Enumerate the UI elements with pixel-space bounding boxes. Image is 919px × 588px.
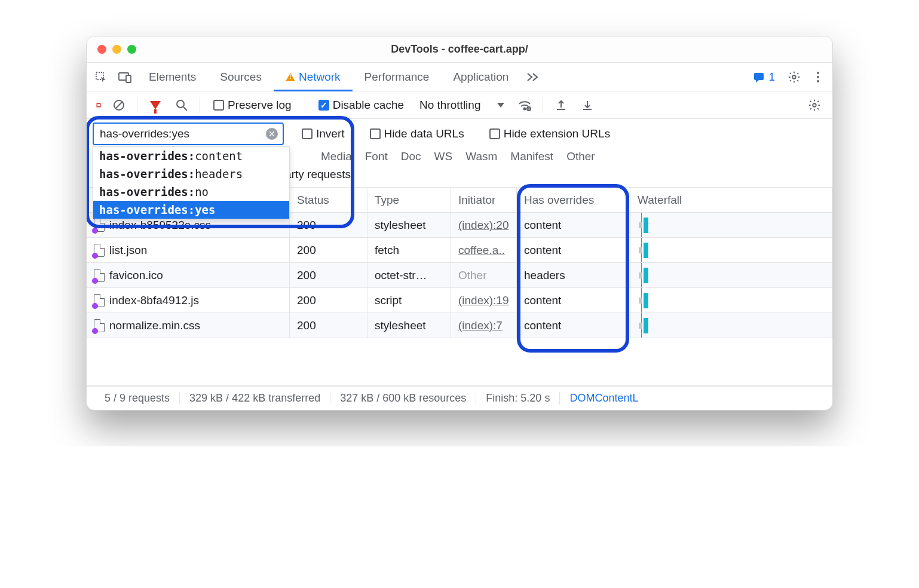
download-har-icon[interactable] xyxy=(575,99,599,111)
hide-extension-urls-checkbox[interactable]: Hide extension URLs xyxy=(482,127,617,140)
status-cell: 200 xyxy=(290,313,367,338)
file-icon xyxy=(94,244,105,257)
disable-cache-checkbox[interactable]: ✓ Disable cache xyxy=(311,99,411,112)
autocomplete-item[interactable]: has-overrides:no xyxy=(93,183,289,201)
window-title: DevTools - coffee-cart.app/ xyxy=(87,43,832,56)
waterfall-cell xyxy=(630,288,832,313)
has-overrides-cell: headers xyxy=(517,263,630,288)
close-window-button[interactable] xyxy=(97,45,106,54)
type-filter-doc[interactable]: Doc xyxy=(401,150,421,163)
column-header[interactable]: Waterfall xyxy=(630,188,832,213)
search-icon[interactable] xyxy=(170,99,194,111)
override-dot-icon xyxy=(92,278,98,284)
waterfall-cell xyxy=(630,313,832,338)
tab-elements[interactable]: Elements xyxy=(137,63,208,91)
clear-filter-icon[interactable]: ✕ xyxy=(266,128,278,140)
file-icon xyxy=(94,269,105,282)
inspect-icon[interactable] xyxy=(89,71,113,83)
devtools-window: DevTools - coffee-cart.app/ Elements Sou… xyxy=(86,36,833,411)
more-menu-icon[interactable] xyxy=(806,71,830,83)
request-name-cell[interactable]: favicon.ico xyxy=(87,263,290,288)
invert-checkbox[interactable]: Invert xyxy=(295,127,352,140)
tab-sources[interactable]: Sources xyxy=(208,63,274,91)
upload-har-icon[interactable] xyxy=(549,99,573,111)
waterfall-cell xyxy=(630,213,832,238)
preserve-log-checkbox[interactable]: Preserve log xyxy=(206,99,299,112)
checkbox-icon xyxy=(370,128,381,139)
filter-input[interactable] xyxy=(99,127,262,141)
column-header[interactable]: Type xyxy=(367,188,451,213)
column-header[interactable]: Initiator xyxy=(451,188,517,213)
initiator-cell[interactable]: coffee.a.. xyxy=(451,238,517,263)
svg-rect-3 xyxy=(754,73,764,80)
svg-point-12 xyxy=(524,108,526,109)
type-filter-manifest[interactable]: Manifest xyxy=(510,150,553,163)
tab-performance[interactable]: Performance xyxy=(353,63,442,91)
svg-line-9 xyxy=(115,102,122,109)
request-name-cell[interactable]: index-8bfa4912.js xyxy=(87,288,290,313)
type-filter-media[interactable]: Media xyxy=(321,150,352,163)
svg-point-4 xyxy=(792,75,796,79)
network-conditions-icon[interactable] xyxy=(513,99,537,111)
type-filter-ws[interactable]: WS xyxy=(434,150,453,163)
type-cell: script xyxy=(367,288,451,313)
window-titlebar: DevTools - coffee-cart.app/ xyxy=(87,36,832,63)
tab-application[interactable]: Application xyxy=(441,63,520,91)
autocomplete-item[interactable]: has-overrides:content xyxy=(93,147,289,165)
type-filter-font[interactable]: Font xyxy=(365,150,388,163)
hide-data-urls-checkbox[interactable]: Hide data URLs xyxy=(363,127,471,140)
clear-button[interactable] xyxy=(107,99,131,112)
initiator-cell[interactable]: (index):19 xyxy=(451,288,517,313)
status-requests: 5 / 9 requests xyxy=(95,392,180,405)
type-cell: stylesheet xyxy=(367,213,451,238)
type-cell: stylesheet xyxy=(367,313,451,338)
status-domcontentloaded: DOMContentL xyxy=(560,392,648,405)
type-filter-other[interactable]: Other xyxy=(566,150,595,163)
minimize-window-button[interactable] xyxy=(112,45,121,54)
status-cell: 200 xyxy=(290,263,367,288)
checkbox-icon xyxy=(302,128,313,139)
has-overrides-cell: content xyxy=(517,313,630,338)
issues-button[interactable]: 1 xyxy=(746,71,782,84)
type-cell: fetch xyxy=(367,238,451,263)
warning-icon xyxy=(286,73,295,81)
checkbox-icon xyxy=(213,100,224,111)
file-icon xyxy=(94,319,105,332)
throttling-select[interactable]: No throttling xyxy=(413,99,510,112)
request-name-cell[interactable]: list.json xyxy=(87,238,290,263)
zoom-window-button[interactable] xyxy=(127,45,136,54)
filter-toggle-icon[interactable] xyxy=(143,101,167,109)
network-settings-icon[interactable] xyxy=(802,99,826,112)
column-header[interactable]: Has overrides xyxy=(517,188,630,213)
has-overrides-cell: content xyxy=(517,213,630,238)
main-tab-strip: Elements Sources Network Performance App… xyxy=(87,63,832,91)
waterfall-cell xyxy=(630,263,832,288)
device-toggle-icon[interactable] xyxy=(113,71,137,83)
initiator-cell[interactable]: (index):7 xyxy=(451,313,517,338)
svg-point-6 xyxy=(817,76,819,78)
svg-line-11 xyxy=(183,107,187,111)
tab-network[interactable]: Network xyxy=(274,63,353,91)
more-tabs-button[interactable] xyxy=(520,72,546,82)
column-header[interactable]: Status xyxy=(290,188,367,213)
status-transferred: 329 kB / 422 kB transferred xyxy=(180,392,330,405)
settings-icon[interactable] xyxy=(782,71,806,84)
type-filter-wasm[interactable]: Wasm xyxy=(465,150,497,163)
svg-point-14 xyxy=(813,103,816,107)
autocomplete-item[interactable]: has-overrides:yes xyxy=(93,201,289,219)
svg-point-5 xyxy=(817,72,819,74)
filter-input-container: ✕ xyxy=(93,122,284,145)
file-icon xyxy=(94,294,105,307)
status-cell: 200 xyxy=(290,213,367,238)
autocomplete-item[interactable]: has-overrides:headers xyxy=(93,165,289,183)
traffic-lights xyxy=(87,45,136,54)
initiator-cell[interactable]: Other xyxy=(451,263,517,288)
filter-autocomplete-dropdown: has-overrides:contenthas-overrides:heade… xyxy=(93,146,290,219)
waterfall-cell xyxy=(630,238,832,263)
request-name-cell[interactable]: normalize.min.css xyxy=(87,313,290,338)
override-dot-icon xyxy=(92,328,98,334)
filter-bar: ✕ Invert Hide data URLs Hide extension U… xyxy=(87,119,832,149)
svg-rect-2 xyxy=(126,75,131,82)
file-icon xyxy=(94,219,105,232)
initiator-cell[interactable]: (index):20 xyxy=(451,213,517,238)
